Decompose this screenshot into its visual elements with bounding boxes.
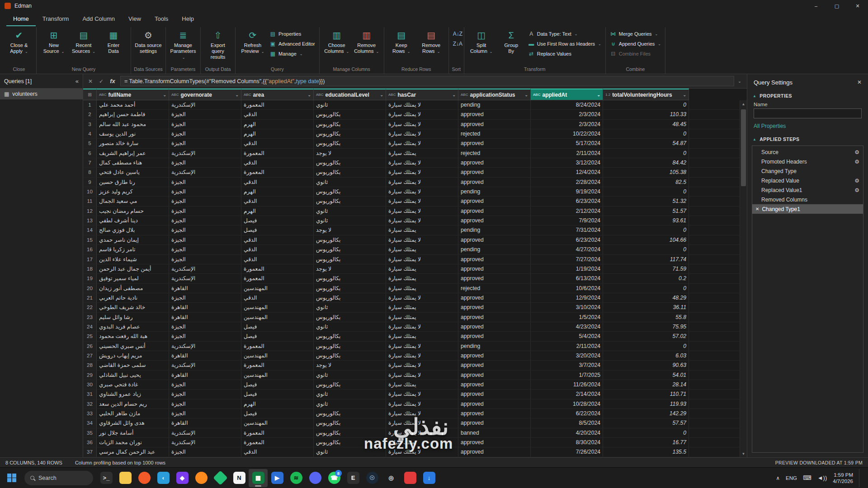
grid-cell[interactable]: pending <box>458 100 531 109</box>
grid-cell[interactable]: المعمورة <box>241 274 314 283</box>
grid-cell[interactable]: 5/4/2024 <box>531 332 603 341</box>
epic-games-icon[interactable]: E <box>344 469 363 487</box>
row-number[interactable]: 26 <box>83 342 97 351</box>
grid-cell[interactable]: المعمورة <box>241 264 314 273</box>
grid-cell[interactable]: 3/12/2024 <box>531 158 603 167</box>
grid-cell[interactable]: لا يمتلك سيارة <box>386 197 458 206</box>
grid-cell[interactable]: يحيى نبيل الشاذلي <box>97 371 169 380</box>
grid-cell[interactable]: الجيزة <box>169 409 241 418</box>
grid-cell[interactable]: 3/20/2024 <box>531 351 603 360</box>
query-name-input[interactable] <box>754 108 862 118</box>
applied-step-replaced-value[interactable]: Replaced Value⚙ <box>752 176 863 185</box>
grid-cell[interactable]: أحمد محمد علي <box>97 100 169 109</box>
grid-cell[interactable]: بكالوريوس <box>314 120 386 129</box>
grid-cell[interactable]: بكالوريوس <box>314 284 386 293</box>
grid-cell[interactable]: approved <box>458 206 531 216</box>
grid-cell[interactable]: الهرم <box>241 399 314 408</box>
grid-cell[interactable]: 117.74 <box>603 255 689 264</box>
grid-cell[interactable]: ياسين عادل فتحي <box>97 168 169 177</box>
grid-cell[interactable]: خالد شريف الطوخي <box>97 303 169 312</box>
grid-cell[interactable]: فاطمة حسن إبراهيم <box>97 110 169 119</box>
notion-icon[interactable]: N <box>230 469 249 487</box>
ribbon-button-manage[interactable]: ▦Manage⌄ <box>269 51 315 57</box>
applied-steps-section-header[interactable]: ▲ APPLIED STEPS <box>747 134 868 144</box>
grid-cell[interactable]: ثانوي <box>314 399 386 408</box>
grid-cell[interactable]: بكالوريوس <box>314 380 386 389</box>
grid-cell[interactable]: 6/23/2024 <box>531 235 603 244</box>
grid-cell[interactable]: 7/31/2024 <box>531 225 603 235</box>
purple-app-icon[interactable]: ◆ <box>173 469 192 487</box>
ribbon-tab-transform[interactable]: Transform <box>36 12 76 26</box>
grid-cell[interactable]: سلمى حمزة القاضي <box>97 361 169 370</box>
grid-cell[interactable]: ثانوي <box>314 216 386 225</box>
grid-cell[interactable]: 1/7/2025 <box>531 371 603 380</box>
grid-cell[interactable]: الجيزة <box>169 216 241 225</box>
grid-cell[interactable]: 12/4/2024 <box>531 168 603 177</box>
scroll-up-icon[interactable]: ▲ <box>740 100 747 108</box>
grid-cell[interactable]: approved <box>458 380 531 389</box>
grid-cell[interactable]: 28.14 <box>603 380 689 389</box>
grid-cell[interactable]: لا يمتلك سيارة <box>386 447 458 456</box>
grid-cell[interactable]: عمر إبراهيم الشريف <box>97 149 169 158</box>
grid-cell[interactable]: approved <box>458 168 531 177</box>
filter-dropdown-icon[interactable]: ⌄ <box>452 93 456 97</box>
row-number[interactable]: 5 <box>83 139 97 148</box>
grid-cell[interactable]: الهرم <box>241 129 314 138</box>
scrollbar-thumb[interactable] <box>741 109 746 186</box>
grid-cell[interactable]: 12/9/2024 <box>531 293 603 302</box>
column-header-appliedAt[interactable]: ABCappliedAt⌄ <box>531 89 603 100</box>
grid-cell[interactable]: المعمورة <box>241 428 314 437</box>
grid-cell[interactable]: الجيزة <box>169 225 241 235</box>
grid-cell[interactable]: الدقي <box>241 255 314 264</box>
grid-cell[interactable]: نوران محمد الزيات <box>97 438 169 447</box>
ribbon-button-advanced-editor[interactable]: ▣Advanced Editor <box>269 41 315 47</box>
grid-cell[interactable]: 4/20/2024 <box>531 428 603 437</box>
grid-cell[interactable]: مريم إيهاب درويش <box>97 351 169 360</box>
grid-cell[interactable]: القاهرة <box>169 313 241 322</box>
grid-cell[interactable]: الدقي <box>241 158 314 167</box>
grid-cell[interactable]: 0 <box>603 149 689 158</box>
commit-formula-icon[interactable]: ✓ <box>96 78 107 84</box>
grid-cell[interactable]: 48.45 <box>603 120 689 129</box>
grid-cell[interactable]: الجيزة <box>169 389 241 399</box>
grid-cell[interactable]: الدقي <box>241 139 314 148</box>
terminal-icon[interactable]: >_ <box>97 469 116 487</box>
grid-cell[interactable]: 2/12/2024 <box>531 206 603 216</box>
grid-cell[interactable]: ثانوي <box>314 322 386 331</box>
grid-cell[interactable]: لا يمتلك سيارة <box>386 216 458 225</box>
ribbon-button-enter-data[interactable]: ▦EnterData <box>99 27 128 55</box>
grid-cell[interactable]: بكالوريوس <box>314 139 386 148</box>
grid-cell[interactable]: بكالوريوس <box>314 158 386 167</box>
row-number[interactable]: 34 <box>83 418 97 427</box>
grid-cell[interactable]: يمتلك سيارة <box>386 332 458 341</box>
grid-cell[interactable]: approved <box>458 332 531 341</box>
grid-cell[interactable]: المهندسين <box>241 371 314 380</box>
applied-step-removed-columns[interactable]: Removed Columns <box>752 195 863 204</box>
grid-cell[interactable]: يمتلك سيارة <box>386 303 458 312</box>
grid-cell[interactable]: الدقي <box>241 293 314 302</box>
row-number[interactable]: 17 <box>83 255 97 264</box>
grid-cell[interactable]: بكالوريوس <box>314 274 386 283</box>
grid-cell[interactable]: الجيزة <box>169 380 241 389</box>
row-number[interactable]: 29 <box>83 371 97 380</box>
applied-step-source[interactable]: Source⚙ <box>752 147 863 157</box>
ribbon-button-remove-rows[interactable]: ▤RemoveRows ⌄ <box>416 27 446 56</box>
grid-cell[interactable]: المعمورة <box>241 361 314 370</box>
grid-cell[interactable]: رنا طارق حسين <box>97 178 169 187</box>
grid-cell[interactable]: ثانوي <box>314 447 386 456</box>
grid-cell[interactable]: لا يوجد <box>314 149 386 158</box>
grid-cell[interactable]: دينا أشرف لطفي <box>97 216 169 225</box>
grid-cell[interactable]: approved <box>458 389 531 399</box>
column-header-area[interactable]: ABCarea⌄ <box>241 89 314 100</box>
grid-cell[interactable]: الإسكندرية <box>169 428 241 437</box>
grid-cell[interactable]: المهندسين <box>241 351 314 360</box>
grid-cell[interactable]: يمتلك سيارة <box>386 264 458 273</box>
ribbon-button-manage-parameters[interactable]: ≣ManageParameters ⌄ <box>168 27 198 61</box>
grid-cell[interactable]: 3/10/2024 <box>531 303 603 312</box>
grid-cell[interactable]: المعمورة <box>241 149 314 158</box>
ribbon-button-keep-rows[interactable]: ▤KeepRows ⌄ <box>387 27 416 56</box>
grid-cell[interactable]: rejected <box>458 149 531 158</box>
grid-cell[interactable]: 2/28/2024 <box>531 178 603 187</box>
grid-cell[interactable]: أسامة جلال نور <box>97 428 169 437</box>
row-number[interactable]: 6 <box>83 149 97 158</box>
